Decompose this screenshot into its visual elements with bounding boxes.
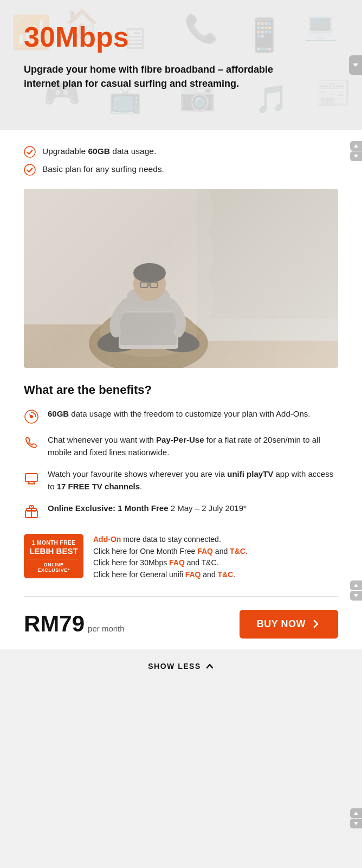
scroll-down-btn[interactable] [350, 151, 362, 161]
scroll-buttons-group [350, 141, 362, 161]
person-image [24, 189, 338, 368]
hero-title: 30Mbps [24, 22, 338, 53]
benefit-item-4: Online Exclusive: 1 Month Free 2 May – 2… [24, 502, 338, 519]
feature-text-2: Basic plan for any surfing needs. [42, 163, 164, 175]
chevron-up-icon [205, 662, 214, 671]
badge-line2: LEBIH BEST [28, 546, 79, 556]
svg-rect-30 [25, 474, 37, 482]
arrow-right-icon [311, 619, 321, 629]
benefit-item-3: Watch your favourite shows wherever you … [24, 468, 338, 493]
hero-scroll-down-btn[interactable] [349, 55, 362, 75]
buy-now-label: BUY NOW [257, 618, 306, 630]
gift-icon [24, 503, 39, 519]
faq-link-1[interactable]: FAQ [197, 547, 213, 556]
pricing-footer: RM79 per month BUY NOW [0, 597, 362, 649]
person-illustration [24, 189, 338, 368]
addon-badge: 1 MONTH FREE LEBIH BEST ONLINE EXCLUSIVE… [24, 534, 83, 578]
badge-line1: 1 MONTH FREE [28, 539, 79, 546]
benefit-text-1: 60GB data usage with the freedom to cust… [48, 408, 310, 420]
show-less-text: SHOW LESS [148, 662, 214, 671]
benefit-text-4: Online Exclusive: 1 Month Free 2 May – 2… [48, 502, 247, 515]
tandc-link-1[interactable]: T&C [230, 547, 245, 556]
badge-divider [28, 559, 79, 559]
hero-section: 📶 🏠 🖥 📞 📱 💻 🎮 📺 📷 🎵 📰 30Mbps Upgrade you… [0, 0, 362, 130]
show-less-bar[interactable]: SHOW LESS [0, 649, 362, 681]
tv-icon [24, 469, 39, 484]
svg-point-24 [133, 263, 166, 283]
feature-item-2: Basic plan for any surfing needs. [24, 163, 338, 176]
price-period: per month [88, 624, 125, 633]
addon-text: Add-On more data to stay connected. Clic… [93, 534, 248, 581]
svg-point-11 [24, 146, 35, 157]
addon-intro: Add-On more data to stay connected. [93, 535, 221, 544]
price-block: RM79 per month [24, 612, 125, 635]
scroll-down-btn-3[interactable] [350, 819, 362, 828]
svg-text:📰: 📰 [314, 75, 352, 111]
phone-icon [24, 435, 39, 450]
benefits-title: What are the benefits? [24, 383, 338, 397]
scroll-up-btn-3[interactable] [350, 808, 362, 818]
page-container: 📶 🏠 🖥 📞 📱 💻 🎮 📺 📷 🎵 📰 30Mbps Upgrade you… [0, 0, 362, 681]
feature-item-1: Upgradable 60GB data usage. [24, 145, 338, 158]
benefit-item-2: Chat whenever you want with Pay-Per-Use … [24, 434, 338, 458]
features-list: Upgradable 60GB data usage. Basic plan f… [24, 145, 338, 176]
scroll-up-btn-2[interactable] [350, 580, 362, 590]
price-amount: RM79 [24, 612, 85, 635]
svg-point-12 [24, 164, 35, 175]
show-less-label: SHOW LESS [148, 662, 201, 671]
feature-text-1: Upgradable 60GB data usage. [42, 145, 156, 157]
scroll-up-btn[interactable] [350, 141, 362, 151]
section-divider [24, 596, 338, 597]
scroll-buttons-group-2 [350, 580, 362, 601]
addon-box: 1 MONTH FREE LEBIH BEST ONLINE EXCLUSIVE… [24, 534, 338, 581]
addon-30mbps-line: Click here for 30Mbps FAQ and T&C. [93, 558, 219, 567]
benefits-list: 60GB data usage with the freedom to cust… [24, 408, 338, 519]
benefit-item-1: 60GB data usage with the freedom to cust… [24, 408, 338, 424]
faq-link-2[interactable]: FAQ [169, 558, 185, 567]
scroll-down-btn-2[interactable] [350, 591, 362, 601]
faq-link-3[interactable]: FAQ [185, 570, 201, 579]
benefit-text-2: Chat whenever you want with Pay-Per-Use … [48, 434, 338, 458]
tandc-link-3[interactable]: T&C [218, 570, 234, 579]
content-section: Upgradable 60GB data usage. Basic plan f… [0, 130, 362, 597]
price-value: 79 [59, 611, 85, 636]
addon-faq-line: Click here for One Month Free FAQ and T&… [93, 547, 248, 556]
hero-subtitle: Upgrade your home with fibre broadband –… [24, 62, 295, 91]
currency-symbol: RM [24, 611, 59, 636]
benefit-text-3: Watch your favourite shows wherever you … [48, 468, 338, 493]
data-usage-icon [24, 409, 39, 424]
svg-rect-22 [120, 312, 177, 345]
scroll-buttons-group-3 [350, 808, 362, 828]
addon-general-line: Click here for General unifi FAQ and T&C… [93, 570, 235, 579]
badge-line4: ONLINE EXCLUSIVE* [28, 562, 79, 573]
buy-now-button[interactable]: BUY NOW [240, 610, 338, 639]
check-icon-2 [24, 164, 36, 176]
check-icon-1 [24, 146, 36, 158]
